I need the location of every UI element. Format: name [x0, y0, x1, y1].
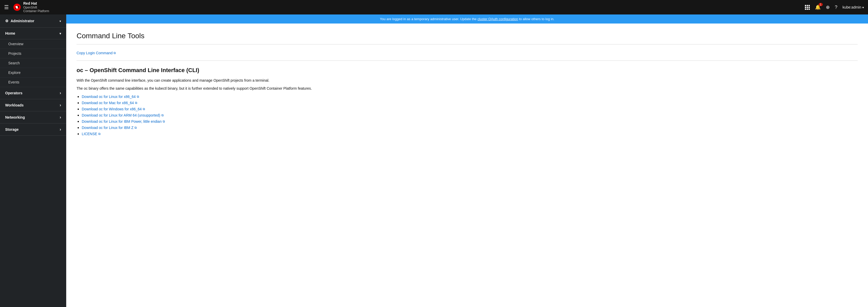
list-item: Download oc for Linux for ARM 64 (unsupp… — [82, 113, 858, 117]
help-button[interactable]: ? — [835, 5, 837, 10]
workloads-chevron-icon — [60, 103, 61, 107]
list-item: LICENSE ⧉ — [82, 132, 858, 136]
explore-label: Explore — [8, 71, 21, 75]
home-section-label: Home — [5, 31, 15, 35]
list-item: Download oc for Mac for x86_64 ⧉ — [82, 101, 858, 105]
storage-section-label: Storage — [5, 127, 19, 132]
list-item: Download oc for Windows for x86_64 ⧉ — [82, 107, 858, 111]
grid-icon — [805, 5, 810, 10]
role-name: Administrator — [10, 19, 34, 23]
page-title: Command Line Tools — [76, 32, 858, 44]
download-linux-ibmz-label: Download oc for Linux for IBM Z — [82, 126, 133, 130]
notification-badge: 1 — [818, 3, 823, 6]
networking-chevron-icon — [60, 115, 61, 120]
top-nav-right: 🔔 1 ⊕ ? kube:admin — [805, 4, 864, 10]
sidebar-item-overview[interactable]: Overview — [0, 39, 66, 49]
operators-section-label: Operators — [5, 91, 23, 95]
download-mac-x86-label: Download oc for Mac for x86_64 — [82, 101, 134, 105]
content-area: You are logged in as a temporary adminis… — [66, 14, 868, 307]
user-menu-chevron-icon — [862, 5, 864, 9]
networking-section-label: Networking — [5, 115, 25, 120]
copy-login-section: Copy Login Command ⧉ — [76, 50, 858, 61]
sidebar-item-search[interactable]: Search — [0, 58, 66, 68]
user-menu[interactable]: kube:admin — [843, 5, 864, 9]
ext-link-icon-4: ⧉ — [161, 113, 164, 117]
oauth-config-link[interactable]: cluster OAuth configuration — [477, 17, 518, 21]
sidebar-section-home-header[interactable]: Home — [0, 28, 66, 39]
apps-menu-button[interactable] — [805, 5, 810, 10]
list-item: Download oc for Linux for IBM Z ⧉ — [82, 125, 858, 130]
sidebar-section-networking: Networking — [0, 111, 66, 124]
role-selector[interactable]: ⚙ Administrator — [0, 14, 66, 28]
add-button[interactable]: ⊕ — [826, 4, 830, 10]
sidebar-section-workloads: Workloads — [0, 99, 66, 111]
download-mac-x86-link[interactable]: Download oc for Mac for x86_64 ⧉ — [82, 101, 137, 105]
list-item: Download oc for Linux for IBM Power, lit… — [82, 119, 858, 124]
storage-chevron-icon — [60, 127, 61, 132]
download-linux-ibmpower-label: Download oc for Linux for IBM Power, lit… — [82, 120, 162, 124]
ext-link-icon-3: ⧉ — [143, 107, 145, 111]
username-label: kube:admin — [843, 5, 861, 9]
role-label: ⚙ Administrator — [5, 19, 34, 23]
projects-label: Projects — [8, 52, 22, 56]
download-linux-ibmz-link[interactable]: Download oc for Linux for IBM Z ⧉ — [82, 126, 137, 130]
brand-line1: OpenShiftContainer Platform — [23, 6, 49, 13]
sidebar-section-workloads-header[interactable]: Workloads — [0, 99, 66, 111]
home-chevron-icon — [60, 31, 61, 35]
cli-desc-2: The oc binary offers the same capabiliti… — [76, 86, 858, 91]
cli-desc-1: With the OpenShift command line interfac… — [76, 78, 858, 83]
brand-name: Red Hat — [23, 1, 49, 6]
copy-login-link[interactable]: Copy Login Command ⧉ — [76, 51, 116, 55]
download-list: Download oc for Linux for x86_64 ⧉ Downl… — [76, 94, 858, 136]
sidebar-section-operators: Operators — [0, 87, 66, 99]
overview-label: Overview — [8, 42, 23, 46]
download-windows-x86-label: Download oc for Windows for x86_64 — [82, 107, 142, 111]
brand: Red Hat OpenShiftContainer Platform — [13, 1, 805, 13]
top-navigation: ☰ Red Hat OpenShiftContainer Platform — [0, 0, 868, 14]
sidebar-item-projects[interactable]: Projects — [0, 49, 66, 58]
search-label: Search — [8, 61, 20, 65]
sidebar-section-home: Home Overview Projects Search Explore Ev… — [0, 28, 66, 87]
brand-logo: Red Hat OpenShiftContainer Platform — [13, 1, 49, 13]
license-label: LICENSE — [82, 132, 97, 136]
cli-section: oc – OpenShift Command Line Interface (C… — [76, 67, 858, 136]
list-item: Download oc for Linux for x86_64 ⧉ — [82, 94, 858, 99]
main-layout: ⚙ Administrator Home Overview Projects S… — [0, 14, 868, 307]
brand-text: Red Hat OpenShiftContainer Platform — [23, 1, 49, 13]
banner-text-after: to allow others to log in. — [518, 17, 554, 21]
ext-link-icon-7: ⧉ — [98, 132, 101, 136]
workloads-section-label: Workloads — [5, 103, 24, 107]
hamburger-menu[interactable]: ☰ — [4, 4, 9, 10]
download-windows-x86-link[interactable]: Download oc for Windows for x86_64 ⧉ — [82, 107, 145, 111]
download-linux-ibmpower-link[interactable]: Download oc for Linux for IBM Power, lit… — [82, 120, 165, 124]
external-link-icon: ⧉ — [114, 51, 116, 55]
redhat-logo-icon — [13, 3, 21, 11]
download-linux-x86-link[interactable]: Download oc for Linux for x86_64 ⧉ — [82, 95, 139, 99]
sidebar-section-networking-header[interactable]: Networking — [0, 111, 66, 124]
sidebar-section-storage: Storage — [0, 124, 66, 136]
sidebar-item-events[interactable]: Events — [0, 77, 66, 87]
gear-icon: ⚙ — [5, 19, 8, 23]
ext-link-icon-2: ⧉ — [135, 101, 137, 105]
role-chevron-icon — [60, 19, 61, 23]
ext-link-icon-1: ⧉ — [137, 95, 139, 98]
content-body: Command Line Tools Copy Login Command ⧉ … — [66, 24, 868, 307]
ext-link-icon-5: ⧉ — [163, 120, 165, 123]
sidebar-section-operators-header[interactable]: Operators — [0, 87, 66, 99]
ext-link-icon-6: ⧉ — [134, 126, 137, 130]
copy-login-label: Copy Login Command — [76, 51, 113, 55]
license-link[interactable]: LICENSE ⧉ — [82, 132, 101, 136]
download-linux-arm64-label: Download oc for Linux for ARM 64 (unsupp… — [82, 113, 160, 117]
events-label: Events — [8, 80, 20, 84]
download-linux-arm64-link[interactable]: Download oc for Linux for ARM 64 (unsupp… — [82, 113, 164, 117]
sidebar-item-explore[interactable]: Explore — [0, 68, 66, 77]
sidebar: ⚙ Administrator Home Overview Projects S… — [0, 14, 66, 307]
info-banner: You are logged in as a temporary adminis… — [66, 14, 868, 24]
banner-text: You are logged in as a temporary adminis… — [380, 17, 477, 21]
notifications-button[interactable]: 🔔 1 — [815, 4, 821, 10]
sidebar-section-storage-header[interactable]: Storage — [0, 124, 66, 136]
cli-section-title: oc – OpenShift Command Line Interface (C… — [76, 67, 858, 74]
download-linux-x86-label: Download oc for Linux for x86_64 — [82, 95, 136, 99]
operators-chevron-icon — [60, 91, 61, 95]
